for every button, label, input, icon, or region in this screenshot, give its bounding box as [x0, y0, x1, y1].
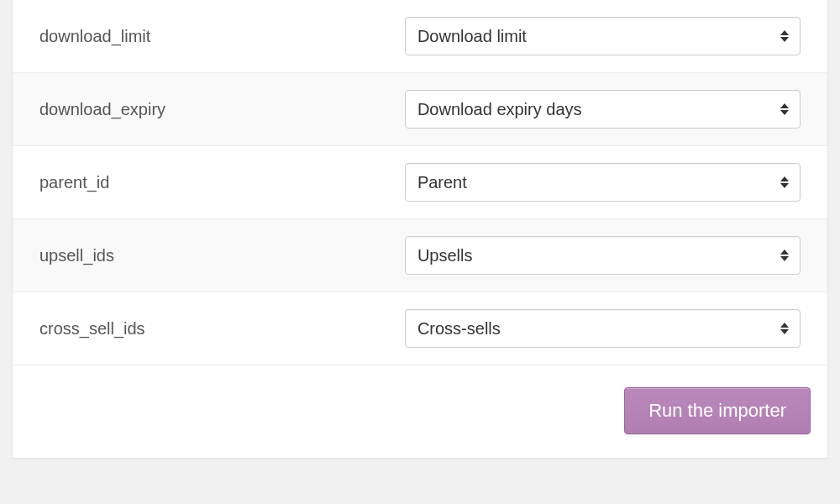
mapping-select-wrap: Cross-sells [405, 309, 801, 348]
mapping-row: cross_sell_ids Cross-sells [13, 292, 827, 365]
field-name-label: download_limit [39, 27, 405, 46]
mapping-select-wrap: Download limit [405, 17, 801, 55]
mapping-select-download-expiry[interactable]: Download expiry days [405, 90, 801, 129]
mapping-select-download-limit[interactable]: Download limit [405, 17, 801, 55]
mapping-select-wrap: Download expiry days [405, 90, 801, 129]
field-name-label: upsell_ids [39, 246, 405, 265]
mapping-select-wrap: Upsells [405, 236, 801, 275]
actions-bar: Run the importer [13, 365, 827, 458]
field-name-label: download_expiry [39, 100, 405, 119]
mapping-row: download_limit Download limit [13, 0, 827, 73]
field-mapping-panel: download_limit Download limit download_e… [12, 0, 828, 459]
mapping-select-wrap: Parent [405, 163, 801, 202]
field-name-label: cross_sell_ids [39, 319, 405, 339]
mapping-row: upsell_ids Upsells [13, 219, 827, 292]
mapping-select-upsell-ids[interactable]: Upsells [405, 236, 801, 275]
mapping-select-cross-sell-ids[interactable]: Cross-sells [405, 309, 801, 348]
mapping-select-parent-id[interactable]: Parent [405, 163, 801, 202]
mapping-row: parent_id Parent [13, 146, 827, 219]
run-importer-button[interactable]: Run the importer [624, 387, 811, 434]
field-name-label: parent_id [39, 173, 405, 192]
mapping-row: download_expiry Download expiry days [13, 73, 827, 146]
